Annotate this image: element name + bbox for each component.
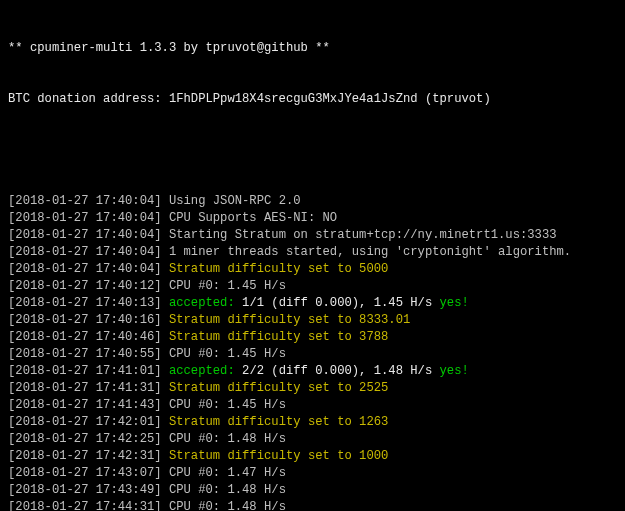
- timestamp: [2018-01-27 17:42:01]: [8, 415, 162, 429]
- log-text: CPU #0: 1.47 H/s: [169, 466, 286, 480]
- header-title: ** cpuminer-multi 1.3.3 by tpruvot@githu…: [8, 40, 617, 57]
- stratum-difficulty: Stratum difficulty set to 1263: [169, 415, 388, 429]
- log-line: [2018-01-27 17:40:12] CPU #0: 1.45 H/s: [8, 278, 617, 295]
- log-line: [2018-01-27 17:43:07] CPU #0: 1.47 H/s: [8, 465, 617, 482]
- log-text: CPU #0: 1.48 H/s: [169, 500, 286, 511]
- log-line: [2018-01-27 17:40:04] 1 miner threads st…: [8, 244, 617, 261]
- timestamp: [2018-01-27 17:42:25]: [8, 432, 162, 446]
- log-text: Using JSON-RPC 2.0: [169, 194, 301, 208]
- timestamp: [2018-01-27 17:40:04]: [8, 211, 162, 225]
- log-text: CPU #0: 1.45 H/s: [169, 347, 286, 361]
- stratum-difficulty: Stratum difficulty set to 1000: [169, 449, 388, 463]
- timestamp: [2018-01-27 17:40:04]: [8, 245, 162, 259]
- log-text: CPU #0: 1.45 H/s: [169, 398, 286, 412]
- timestamp: [2018-01-27 17:40:13]: [8, 296, 162, 310]
- stratum-difficulty: Stratum difficulty set to 5000: [169, 262, 388, 276]
- accepted-stats: 1/1 (diff 0.000), 1.45 H/s: [242, 296, 439, 310]
- log-lines: [2018-01-27 17:40:04] Using JSON-RPC 2.0…: [8, 193, 617, 511]
- stratum-difficulty: Stratum difficulty set to 2525: [169, 381, 388, 395]
- accepted-label: accepted:: [169, 296, 242, 310]
- timestamp: [2018-01-27 17:41:43]: [8, 398, 162, 412]
- log-line: [2018-01-27 17:41:01] accepted: 2/2 (dif…: [8, 363, 617, 380]
- timestamp: [2018-01-27 17:40:04]: [8, 194, 162, 208]
- log-line: [2018-01-27 17:44:31] CPU #0: 1.48 H/s: [8, 499, 617, 511]
- log-line: [2018-01-27 17:40:16] Stratum difficulty…: [8, 312, 617, 329]
- accepted-stats: 2/2 (diff 0.000), 1.48 H/s: [242, 364, 439, 378]
- log-text: CPU #0: 1.48 H/s: [169, 432, 286, 446]
- timestamp: [2018-01-27 17:40:12]: [8, 279, 162, 293]
- log-line: [2018-01-27 17:40:46] Stratum difficulty…: [8, 329, 617, 346]
- accepted-label: accepted:: [169, 364, 242, 378]
- log-line: [2018-01-27 17:40:13] accepted: 1/1 (dif…: [8, 295, 617, 312]
- log-text: CPU #0: 1.48 H/s: [169, 483, 286, 497]
- timestamp: [2018-01-27 17:40:55]: [8, 347, 162, 361]
- timestamp: [2018-01-27 17:42:31]: [8, 449, 162, 463]
- header-donation: BTC donation address: 1FhDPLPpw18X4srecg…: [8, 91, 617, 108]
- log-line: [2018-01-27 17:42:01] Stratum difficulty…: [8, 414, 617, 431]
- log-line: [2018-01-27 17:41:31] Stratum difficulty…: [8, 380, 617, 397]
- terminal-output: ** cpuminer-multi 1.3.3 by tpruvot@githu…: [0, 0, 625, 511]
- timestamp: [2018-01-27 17:40:46]: [8, 330, 162, 344]
- timestamp: [2018-01-27 17:40:04]: [8, 228, 162, 242]
- log-line: [2018-01-27 17:40:04] Using JSON-RPC 2.0: [8, 193, 617, 210]
- log-text: CPU #0: 1.45 H/s: [169, 279, 286, 293]
- log-line: [2018-01-27 17:40:55] CPU #0: 1.45 H/s: [8, 346, 617, 363]
- log-line: [2018-01-27 17:42:25] CPU #0: 1.48 H/s: [8, 431, 617, 448]
- accepted-yes: yes!: [440, 296, 469, 310]
- log-line: [2018-01-27 17:42:31] Stratum difficulty…: [8, 448, 617, 465]
- accepted-yes: yes!: [440, 364, 469, 378]
- log-line: [2018-01-27 17:41:43] CPU #0: 1.45 H/s: [8, 397, 617, 414]
- log-text: 1 miner threads started, using 'cryptoni…: [169, 245, 571, 259]
- timestamp: [2018-01-27 17:40:16]: [8, 313, 162, 327]
- log-text: CPU Supports AES-NI: NO: [169, 211, 337, 225]
- log-line: [2018-01-27 17:40:04] Starting Stratum o…: [8, 227, 617, 244]
- stratum-difficulty: Stratum difficulty set to 3788: [169, 330, 388, 344]
- blank-line: [8, 142, 617, 159]
- timestamp: [2018-01-27 17:43:49]: [8, 483, 162, 497]
- log-line: [2018-01-27 17:43:49] CPU #0: 1.48 H/s: [8, 482, 617, 499]
- log-line: [2018-01-27 17:40:04] Stratum difficulty…: [8, 261, 617, 278]
- timestamp: [2018-01-27 17:41:31]: [8, 381, 162, 395]
- timestamp: [2018-01-27 17:44:31]: [8, 500, 162, 511]
- stratum-difficulty: Stratum difficulty set to 8333.01: [169, 313, 410, 327]
- log-line: [2018-01-27 17:40:04] CPU Supports AES-N…: [8, 210, 617, 227]
- timestamp: [2018-01-27 17:40:04]: [8, 262, 162, 276]
- timestamp: [2018-01-27 17:41:01]: [8, 364, 162, 378]
- timestamp: [2018-01-27 17:43:07]: [8, 466, 162, 480]
- log-text: Starting Stratum on stratum+tcp://ny.min…: [169, 228, 557, 242]
